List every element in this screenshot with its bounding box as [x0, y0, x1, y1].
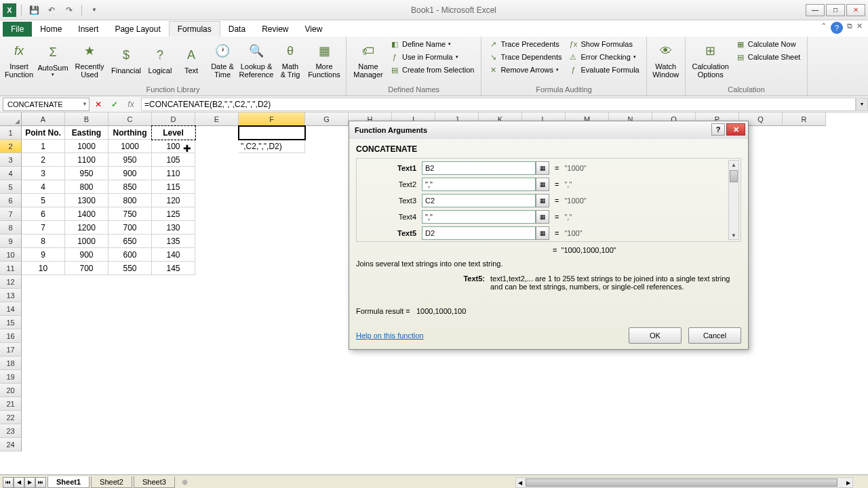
column-header-C[interactable]: C [108, 113, 152, 126]
redo-icon[interactable]: ↷ [62, 3, 77, 18]
row-header-20[interactable]: 20 [0, 384, 22, 397]
remove-arrows-button[interactable]: ✕Remove Arrows ▾ [486, 64, 564, 76]
fx-button[interactable]: fx [123, 98, 138, 111]
row-header-18[interactable]: 18 [0, 357, 22, 370]
cell-A10[interactable]: 9 [22, 248, 65, 262]
row-header-12[interactable]: 12 [0, 275, 22, 289]
arg-collapse-4[interactable]: ▦ [536, 226, 549, 240]
cell-C9[interactable]: 650 [108, 235, 152, 248]
cell-D9[interactable]: 135 [152, 235, 195, 248]
column-header-B[interactable]: B [65, 113, 108, 126]
enter-formula-button[interactable]: ✓ [107, 98, 122, 111]
date-time-button[interactable]: 🕐Date & Time [208, 38, 237, 83]
tab-page-layout[interactable]: Page Layout [106, 22, 168, 37]
cell-C11[interactable]: 550 [108, 262, 152, 275]
sheet-nav-prev[interactable]: ◀ [14, 477, 24, 488]
tab-data[interactable]: Data [220, 22, 254, 37]
minimize-button[interactable]: — [806, 4, 825, 16]
tab-file[interactable]: File [3, 22, 32, 37]
financial-button[interactable]: $Financial [108, 38, 144, 83]
more-functions-button[interactable]: ▦More Functions [307, 38, 342, 83]
cell-B11[interactable]: 700 [65, 262, 108, 275]
cell-C4[interactable]: 900 [108, 167, 152, 180]
arg-input-2[interactable] [422, 194, 536, 207]
cell-C6[interactable]: 800 [108, 194, 152, 207]
cell-B6[interactable]: 1300 [65, 194, 108, 207]
workbook-close-icon[interactable]: ✕ [856, 22, 863, 34]
cell-A7[interactable]: 6 [22, 207, 65, 221]
cell-B8[interactable]: 1200 [65, 221, 108, 235]
select-all-button[interactable] [0, 113, 22, 126]
dialog-title-bar[interactable]: Function Arguments ? ✕ [349, 121, 748, 139]
row-header-8[interactable]: 8 [0, 221, 22, 235]
watch-window-button[interactable]: 👁Watch Window [651, 38, 681, 83]
arg-input-0[interactable] [422, 161, 536, 175]
sheet-nav-first[interactable]: ⏮ [3, 477, 14, 488]
ok-button[interactable]: OK [629, 327, 682, 344]
row-header-19[interactable]: 19 [0, 370, 22, 384]
arg-input-3[interactable] [422, 210, 536, 224]
use-in-formula-button[interactable]: ƒUse in Formula ▾ [387, 51, 477, 63]
cell-D11[interactable]: 145 [152, 262, 195, 275]
row-header-6[interactable]: 6 [0, 194, 22, 207]
cell-B5[interactable]: 800 [65, 180, 108, 194]
cell-D2[interactable]: 100 [152, 140, 195, 153]
workbook-restore-icon[interactable]: ⧉ [847, 22, 852, 34]
cell-D3[interactable]: 105 [152, 153, 195, 167]
recently-used-button[interactable]: ★Recently Used [72, 38, 107, 83]
sheet-tab-1[interactable]: Sheet1 [47, 476, 90, 488]
insert-function-button[interactable]: fxInsert Function [4, 38, 34, 83]
cell-C7[interactable]: 750 [108, 207, 152, 221]
cell-C2[interactable]: 1000 [108, 140, 152, 153]
cell-B3[interactable]: 1100 [65, 153, 108, 167]
evaluate-formula-button[interactable]: ƒEvaluate Formula [566, 64, 642, 76]
trace-dependents-button[interactable]: ↘Trace Dependents [486, 51, 564, 63]
cell-A1[interactable]: Point No. [22, 126, 65, 140]
qat-customize-icon[interactable]: ▼ [87, 3, 102, 18]
cell-B7[interactable]: 1400 [65, 207, 108, 221]
cell-D1[interactable]: Level [152, 126, 195, 140]
cell-B1[interactable]: Easting [65, 126, 108, 140]
math-trig-button[interactable]: θMath & Trig [275, 38, 305, 83]
column-header-E[interactable]: E [195, 113, 239, 126]
cell-A2[interactable]: 1 [22, 140, 65, 153]
close-button[interactable]: ✕ [846, 4, 865, 16]
cell-D5[interactable]: 115 [152, 180, 195, 194]
arg-input-4[interactable] [422, 226, 536, 240]
calculate-sheet-button[interactable]: ▤Calculate Sheet [733, 51, 804, 63]
cell-F2[interactable]: ",C2,",",D2) [239, 140, 305, 153]
tab-insert[interactable]: Insert [70, 22, 106, 37]
sheet-tab-2[interactable]: Sheet2 [91, 476, 132, 488]
error-checking-button[interactable]: ⚠Error Checking ▾ [566, 51, 642, 63]
cell-B4[interactable]: 950 [65, 167, 108, 180]
maximize-button[interactable]: □ [826, 4, 845, 16]
cancel-formula-button[interactable]: ✕ [91, 98, 106, 111]
help-on-function-link[interactable]: Help on this function [356, 331, 424, 340]
sheet-tab-3[interactable]: Sheet3 [134, 476, 175, 488]
cell-A9[interactable]: 8 [22, 235, 65, 248]
tab-formulas[interactable]: Formulas [169, 21, 220, 37]
cell-A5[interactable]: 4 [22, 180, 65, 194]
name-manager-button[interactable]: 🏷Name Manager [351, 38, 386, 83]
lookup-reference-button[interactable]: 🔍Lookup & Reference [239, 38, 274, 83]
cell-A3[interactable]: 2 [22, 153, 65, 167]
cell-B10[interactable]: 900 [65, 248, 108, 262]
cell-C10[interactable]: 600 [108, 248, 152, 262]
row-header-15[interactable]: 15 [0, 316, 22, 329]
column-header-F[interactable]: F [239, 113, 305, 126]
define-name-button[interactable]: ◧Define Name ▾ [387, 38, 477, 50]
column-header-R[interactable]: R [783, 113, 826, 126]
row-header-7[interactable]: 7 [0, 207, 22, 221]
row-header-13[interactable]: 13 [0, 289, 22, 302]
row-header-5[interactable]: 5 [0, 180, 22, 194]
row-header-21[interactable]: 21 [0, 397, 22, 411]
row-header-24[interactable]: 24 [0, 438, 22, 451]
row-header-11[interactable]: 11 [0, 262, 22, 275]
row-header-16[interactable]: 16 [0, 329, 22, 343]
calculation-options-button[interactable]: ⊞Calculation Options [690, 38, 732, 83]
horizontal-scrollbar[interactable]: ◀ ▶ [515, 477, 853, 488]
formula-bar-input[interactable]: =CONCATENATE(B2,",",C2,",",D2) [141, 98, 856, 111]
cell-C1[interactable]: Northing [108, 126, 152, 140]
column-header-A[interactable]: A [22, 113, 65, 126]
cell-A11[interactable]: 10 [22, 262, 65, 275]
